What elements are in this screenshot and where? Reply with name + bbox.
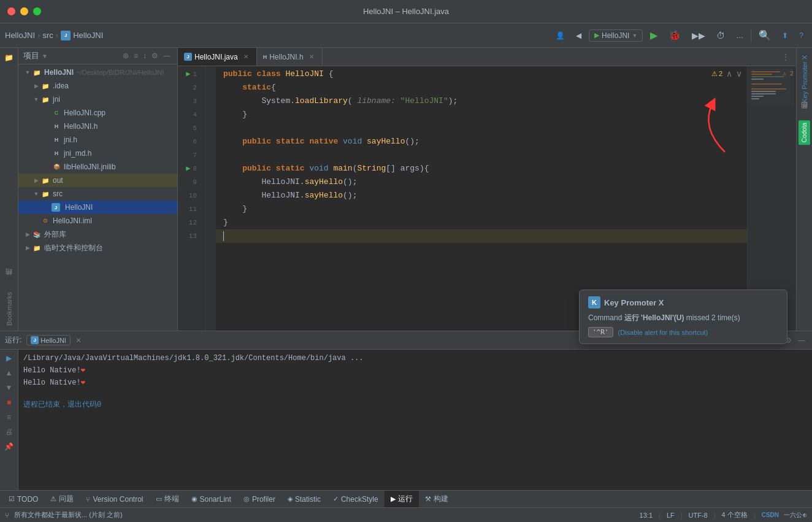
tree-item-out[interactable]: ▶ 📁 out — [18, 174, 177, 187]
tree-item-jnilib[interactable]: ▶ 📦 libHelloJNI.jnilib — [18, 160, 177, 174]
tree-label-src: src — [53, 190, 63, 198]
tab-sonarlint[interactable]: ◉ SonarLint — [185, 491, 237, 507]
run-panel-close-tab[interactable]: ✕ — [75, 336, 82, 345]
tree-item-hellojni-selected[interactable]: ▶ J HelloJNI — [18, 201, 177, 214]
run-panel-config[interactable]: J HelloJNI — [26, 335, 71, 345]
run-wrap-button[interactable]: ≡ — [3, 411, 15, 423]
panel-collapse-button[interactable]: ≡ — [132, 51, 140, 61]
temp-files-icon: 📁 — [32, 243, 42, 253]
run-panel-icon: J — [31, 336, 39, 344]
tree-item-src[interactable]: ▼ 📁 src — [18, 187, 177, 201]
status-spaces[interactable]: 4 个空格 — [722, 510, 748, 520]
tree-item-jni[interactable]: ▼ 📁 jni — [18, 93, 177, 106]
run-scroll-down[interactable]: ▼ — [3, 382, 15, 394]
run-panel-minimize[interactable]: — — [796, 336, 807, 345]
tab-hellojni-java[interactable]: J HelloJNI.java ✕ — [178, 48, 257, 66]
next-warning-button[interactable]: ∨ — [735, 69, 743, 79]
prev-warning-button[interactable]: ∧ — [725, 69, 733, 79]
h-icon: H — [52, 121, 61, 131]
tab-close-h[interactable]: ✕ — [307, 53, 316, 61]
run-config-selector[interactable]: ▶ HelloJNI ▼ — [589, 29, 643, 42]
panel-locate-button[interactable]: ⊕ — [121, 51, 131, 61]
tree-item-root[interactable]: ▼ 📁 HelloJNI ~/Desktop/BIDR/JNI/HelloJNI — [18, 66, 177, 79]
run-with-coverage-button[interactable]: ▶▶ — [688, 29, 709, 42]
panel-settings-button[interactable]: ⚙ — [150, 51, 160, 61]
profile-button[interactable]: ⏱ — [713, 29, 729, 42]
more-actions-button[interactable]: … — [732, 29, 747, 42]
tab-todo[interactable]: ☑ TODO — [2, 491, 44, 507]
tab-run[interactable]: ▶ 运行 — [385, 491, 419, 507]
sidebar-label-structure[interactable]: 结构 — [2, 276, 15, 286]
search-everywhere-button[interactable]: 🔍 — [755, 28, 775, 43]
status-position[interactable]: 13:1 — [640, 512, 653, 519]
navigate-back-button[interactable]: ◀ — [572, 29, 585, 42]
tree-item-idea[interactable]: ▶ 📁 .idea — [18, 79, 177, 93]
tab-checkstyle-label: CheckStyle — [341, 495, 378, 504]
java-file-icon: J — [61, 31, 71, 40]
maximize-button[interactable] — [33, 7, 41, 15]
sidebar-label-bookmarks[interactable]: Bookmarks — [4, 287, 15, 331]
tree-item-jni-h[interactable]: ▶ H jni.h — [18, 133, 177, 147]
tab-close-java[interactable]: ✕ — [242, 53, 250, 61]
breadcrumb-project[interactable]: HelloJNI — [5, 31, 35, 40]
tree-item-cpp[interactable]: ▶ C HelloJNI.cpp — [18, 106, 177, 120]
codota-btn[interactable]: Codota — [799, 120, 810, 145]
tree-label-root: HelloJNI — [44, 68, 74, 77]
tree-label-cpp: HelloJNI.cpp — [64, 109, 105, 117]
minimize-button[interactable] — [20, 7, 28, 15]
tab-hellojni-h[interactable]: H HelloJNI.h ✕ — [257, 48, 323, 66]
tab-version-control[interactable]: ⑂ Version Control — [80, 491, 149, 507]
help-button[interactable]: ? — [795, 29, 807, 42]
tab-build[interactable]: ⚒ 构建 — [419, 491, 454, 507]
gutter-area — [206, 66, 216, 331]
run-button[interactable]: ▶ — [646, 28, 661, 43]
external-libs-icon: 📚 — [32, 229, 42, 239]
tab-terminal[interactable]: ▭ 终端 — [150, 491, 185, 507]
key-promoter-sidebar-btn[interactable]: Key Promoter X — [799, 50, 811, 108]
tab-statistic[interactable]: ◈ Statistic — [282, 491, 327, 507]
close-button[interactable] — [7, 7, 15, 15]
project-view-button[interactable]: 📁 — [2, 50, 17, 65]
tree-label-jni: jni — [53, 95, 60, 104]
tab-problems[interactable]: ⚠ 问题 — [44, 491, 80, 507]
run-config-icon: ▶ — [594, 31, 599, 39]
tab-checkstyle[interactable]: ✓ CheckStyle — [327, 491, 385, 507]
project-dropdown-icon[interactable]: ▼ — [42, 53, 48, 59]
ide-update-button[interactable]: ⬆ — [778, 29, 792, 42]
kp-disable-link[interactable]: (Disable alert for this shortcut) — [618, 329, 708, 336]
code-line-7 — [216, 148, 747, 162]
run-scroll-up[interactable]: ▲ — [3, 367, 15, 379]
panel-close-project[interactable]: — — [161, 51, 172, 61]
tree-item-temp-files[interactable]: ▶ 📁 临时文件和控制台 — [18, 241, 177, 255]
tab-profiler[interactable]: ◎ Profiler — [237, 491, 282, 507]
run-print-button[interactable]: 🖨 — [3, 426, 15, 438]
run-config-name: HelloJNI — [602, 31, 629, 40]
run-rerun-button[interactable]: ▶ — [3, 352, 15, 364]
bottom-tabs: ☑ TODO ⚠ 问题 ⑂ Version Control ▭ 终端 ◉ Son… — [0, 490, 812, 507]
panel-sort-button[interactable]: ↕ — [141, 51, 148, 61]
line-num-10: 10 — [178, 189, 201, 202]
git-icon: ⑂ — [5, 512, 9, 519]
vcs-update-button[interactable]: 👤 — [552, 29, 569, 42]
debug-button[interactable]: 🐞 — [665, 28, 684, 43]
tree-item-external-libs[interactable]: ▶ 📚 外部库 — [18, 228, 177, 241]
structure-diagram-btn[interactable]: 结构图 — [797, 109, 811, 119]
tree-item-hellojni-h[interactable]: ▶ H HelloJNI.h — [18, 120, 177, 133]
project-panel: 项目 ▼ ⊕ ≡ ↕ ⚙ — ▼ 📁 HelloJNI ~/Desktop/BI… — [18, 48, 178, 331]
status-files-text: 所有文件都处于最新状... (片刻 之前) — [14, 510, 123, 520]
tab-label-java: HelloJNI.java — [194, 53, 238, 61]
status-lf[interactable]: LF — [667, 512, 675, 519]
console-output: /Library/Java/JavaVirtualMachines/jdk1.8… — [18, 350, 812, 490]
run-pin-button[interactable]: 📌 — [3, 440, 15, 453]
warning-badge[interactable]: ⚠ 2 — [711, 70, 722, 78]
code-line-9: HelloJNI.sayHello(); — [216, 175, 747, 189]
breadcrumb-src[interactable]: src — [42, 31, 53, 40]
tree-item-iml[interactable]: ▶ ⚙ HelloJNI.iml — [18, 214, 177, 228]
tab-label-h: HelloJNI.h — [269, 53, 303, 61]
editor-tabs-more[interactable]: ⋮ — [780, 52, 791, 62]
tree-label-out: out — [53, 176, 63, 185]
tree-item-jni-md-h[interactable]: ▶ H jni_md.h — [18, 147, 177, 160]
status-charset[interactable]: UTF-8 — [689, 512, 708, 519]
run-stop-button[interactable]: ■ — [3, 396, 15, 409]
breadcrumb-file[interactable]: HelloJNI — [73, 31, 103, 40]
